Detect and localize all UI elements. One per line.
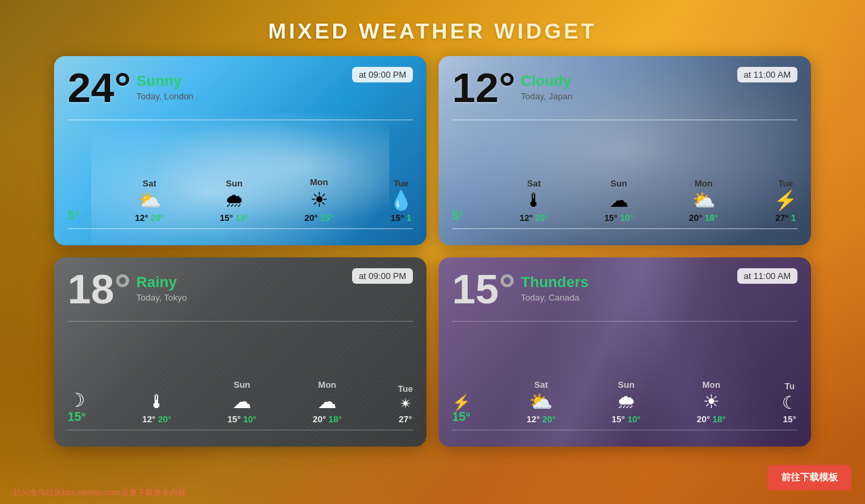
sunny-condition: Sunny [137,72,193,90]
widget-cloudy-header: 12 ° Cloudy Today, Japan at 11:00 AM [452,67,797,109]
download-button[interactable]: 前往下载模板 [768,465,851,490]
cloudy-divider [452,120,797,120]
sunny-location: Today, London [137,91,193,101]
widget-sunny-header: 24 ° Sunny Today, London at 09:00 PM [68,67,413,109]
thunder-sat: Sat ⛅ 12° 20° [526,380,555,424]
rainy-extra-sat: 🌡 12° 20° [142,393,171,424]
widgets-grid: 24 ° Sunny Today, London at 09:00 PM 5° … [0,56,865,447]
rainy-time: at 09:00 PM [352,268,413,284]
widget-rainy: 18 ° Rainy Today, Tokyo at 09:00 PM ☽ 15… [54,257,426,447]
rainy-divider2 [68,430,413,430]
sunny-divider [68,120,413,120]
cloudy-today: 5° [452,209,464,223]
cloudy-forecast: 5° Sat 🌡 12° 20° Sun ☁ 15° 10° Mon ⛅ 20°… [452,126,797,223]
widget-thunder: 15 ° Thunders Today, Canada at 11:00 AM … [439,257,811,447]
sunny-sun: Sun 🌧 15° 14° [220,178,249,223]
cloudy-temp-section: 12 ° Cloudy Today, Japan [452,67,572,109]
rainy-divider [68,321,413,322]
sunny-sat: Sat ⛅ 12° 20° [135,178,164,223]
widget-thunder-header: 15 ° Thunders Today, Canada at 11:00 AM [452,268,797,310]
thunder-divider2 [452,430,797,430]
rainy-forecast: ☽ 15° 🌡 12° 20° Sun ☁ 15° 10° Mon ☁ 20° … [68,327,413,424]
sunny-today-temp: 5° [68,209,79,223]
rainy-sun: Sun ☁ 15° 10° [228,380,257,424]
rainy-temp-section: 18 ° Rainy Today, Tokyo [68,268,187,310]
cloudy-sat: Sat 🌡 12° 20° [520,178,549,223]
thunder-info: Thunders Today, Canada [521,268,589,303]
cloudy-tue: Tue ⚡ 27° 1 [774,178,797,223]
thunder-sun: Sun 🌧 15° 10° [612,380,641,424]
cloudy-time: at 11:00 AM [737,67,797,82]
cloudy-divider2 [452,228,797,229]
sunny-tue: Tue 💧 15° 1 [389,178,413,223]
thunder-forecast: ⚡ 15° Sat ⛅ 12° 20° Sun 🌧 15° 10° Mon ☀ … [452,327,797,424]
rainy-temp: 18 [68,268,114,310]
cloudy-today-temp: 5° [452,209,464,223]
sunny-mon: Mon ☀ 20° 15° [305,177,334,223]
widget-cloudy: 12 ° Cloudy Today, Japan at 11:00 AM 5° … [439,56,811,245]
sunny-divider2 [68,228,413,229]
rainy-tue: Tue ✴ 27° [398,384,413,424]
rainy-today-temp: 15° [68,410,86,424]
cloudy-mon: Mon ⛅ 20° 18° [689,178,718,223]
sunny-time: at 09:00 PM [352,67,413,82]
thunder-location: Today, Canada [521,293,589,303]
rainy-info: Rainy Today, Tokyo [137,268,187,303]
thunder-temp: 15 [452,268,499,310]
thunder-divider [452,321,797,322]
cloudy-temp: 12 [452,67,499,109]
temp-section: 24 ° Sunny Today, London [68,67,193,109]
thunder-temp-section: 15 ° Thunders Today, Canada [452,268,589,310]
sunny-today: 5° [68,209,79,223]
sunny-temp: 24 [68,67,114,109]
cloudy-sun: Sun ☁ 15° 10° [604,178,633,223]
thunder-condition: Thunders [521,274,589,291]
page-title: MIXED WEATHER WIDGET [0,0,865,56]
widget-sunny: 24 ° Sunny Today, London at 09:00 PM 5° … [54,56,426,245]
cloudy-location: Today, Japan [521,91,572,101]
sunny-forecast: 5° Sat ⛅ 12° 20° Sun 🌧 15° 14° Mon ☀ 20°… [68,126,413,223]
rainy-condition: Rainy [137,274,187,291]
rainy-mon: Mon ☁ 20° 18° [313,380,342,424]
widget-rainy-header: 18 ° Rainy Today, Tokyo at 09:00 PM [68,268,413,310]
rainy-today: ☽ 15° [68,391,86,424]
thunder-tu: Tu ☾ 15° [782,381,797,424]
thunder-today: ⚡ 15° [452,395,470,424]
watermark: 访问鱼鸟社区bbs.xienlao.com采更下载更多内容 [14,487,186,499]
thunder-time: at 11:00 AM [737,268,797,284]
rainy-location: Today, Tokyo [137,293,187,303]
cloudy-info: Cloudy Today, Japan [521,67,572,101]
sunny-info: Sunny Today, London [137,67,193,101]
cloudy-condition: Cloudy [521,72,572,90]
thunder-today-temp: 15° [452,410,470,424]
thunder-mon: Mon ☀ 20° 18° [697,380,726,424]
